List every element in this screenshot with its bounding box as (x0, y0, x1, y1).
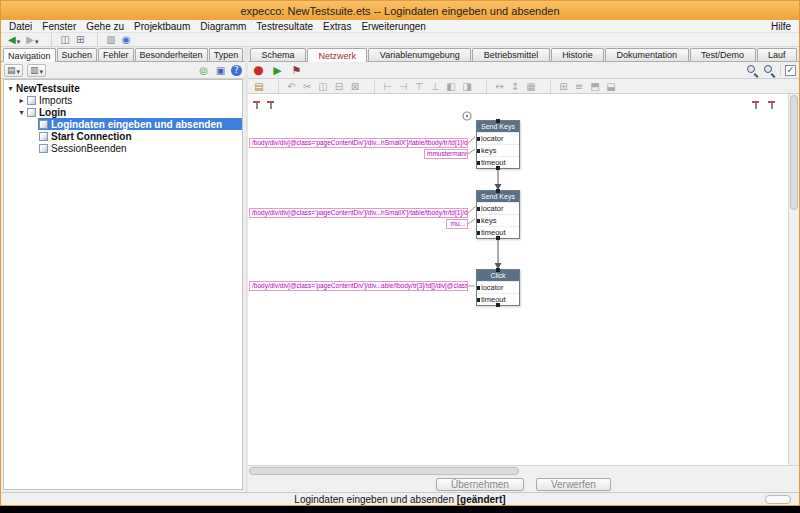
tab-schema[interactable]: Schema (250, 48, 306, 61)
expander-icon[interactable] (17, 96, 26, 105)
node-pin-locator[interactable]: locator (477, 281, 519, 293)
network-canvas[interactable]: Send Keys locator keys timeout Send Keys… (248, 94, 788, 465)
scrollbar-thumb[interactable] (249, 467, 519, 475)
node-click[interactable]: Click locator timeout (476, 269, 520, 306)
help-button[interactable]: ? (231, 65, 242, 76)
nav-back-icon[interactable]: ◀ (5, 33, 23, 46)
input-pins-right-icon[interactable] (751, 100, 760, 110)
vertical-scrollbar[interactable] (788, 94, 799, 465)
zoom-in-icon[interactable] (763, 64, 776, 77)
menu-item-gehe-zu[interactable]: Gehe zu (81, 21, 129, 32)
menu-item-erweiterungen[interactable]: Erweiterungen (356, 21, 430, 32)
exec-out-pin (496, 303, 500, 307)
cut-icon[interactable]: ✂ (300, 80, 314, 93)
tree-item-label: Logindaten eingeben und absenden (51, 119, 222, 130)
ungroup-icon[interactable]: ≡ (572, 80, 586, 93)
menu-item-diagramm[interactable]: Diagramm (195, 21, 251, 32)
value-label-2[interactable]: mu... (446, 219, 468, 229)
same-size-icon[interactable]: ▦ (524, 80, 538, 93)
menu-item-testresultate[interactable]: Testresultate (251, 21, 318, 32)
tree-filter-button[interactable]: ▥ (27, 64, 46, 77)
delete-icon[interactable]: ⊠ (348, 80, 362, 93)
distribute-horizontal-icon[interactable]: ↔ (486, 80, 506, 93)
web-info-icon[interactable]: ◉ (119, 33, 134, 46)
node-pin-keys[interactable]: keys (477, 144, 519, 156)
tile-views-icon[interactable]: ⊞ (73, 33, 87, 46)
undo-icon[interactable]: ↶ (278, 80, 298, 93)
canvas-option-checkbox[interactable] (785, 65, 796, 76)
tree-item-imports[interactable]: Imports (4, 94, 242, 106)
tab-navigation[interactable]: Navigation (3, 48, 56, 62)
node-pin-locator[interactable]: locator (477, 202, 519, 214)
zoom-out-icon[interactable] (746, 64, 759, 77)
scrollbar-thumb[interactable] (790, 95, 798, 210)
xpath-label-1[interactable]: /body/div/div[@class='pageContentDiv']/d… (249, 138, 468, 148)
new-element-icon[interactable]: ▤ (252, 80, 266, 93)
tree-item-newtestsuite[interactable]: NewTestsuite (4, 82, 242, 94)
discard-button[interactable]: Verwerfen (536, 478, 611, 491)
align-left-icon[interactable]: ⊢ (374, 80, 394, 93)
stop-button[interactable]: ● (251, 64, 266, 77)
tab-betriebsmittel[interactable]: Betriebsmittel (472, 48, 549, 61)
menu-item-datei[interactable]: Datei (4, 21, 37, 32)
xpath-label-2[interactable]: /body/div/div[@class='pageContentDiv']/d… (249, 208, 468, 218)
run-with-breakpoints-button[interactable]: ⚑ (289, 64, 304, 77)
center-horizontal-icon[interactable]: ◧ (444, 80, 458, 93)
save-button[interactable]: ▣ (214, 64, 227, 77)
output-pins-right-icon[interactable] (767, 100, 776, 110)
node-send-keys-1[interactable]: Send Keys locator keys timeout (476, 120, 520, 169)
tree-item-sessionbeenden[interactable]: SessionBeenden (4, 142, 242, 154)
statusbar-button[interactable] (765, 495, 791, 504)
tab-lauf[interactable]: Lauf (757, 48, 797, 61)
to-front-icon[interactable]: ⬒ (588, 80, 602, 93)
menu-item-projektbaum[interactable]: Projektbaum (129, 21, 195, 32)
output-pins-left-icon[interactable] (266, 100, 275, 110)
tab-netzwerk[interactable]: Netzwerk (307, 48, 367, 62)
node-pin-locator[interactable]: locator (477, 132, 519, 144)
tree-view-mode-button[interactable]: ▤ (4, 64, 23, 77)
reload-button[interactable]: ◎ (197, 64, 210, 77)
tree-item-start-connection[interactable]: Start Connection (4, 130, 242, 142)
expander-icon[interactable] (6, 84, 15, 93)
pin-icon (477, 219, 480, 223)
to-back-icon[interactable]: ⬓ (604, 80, 618, 93)
horizontal-scrollbar[interactable] (248, 465, 788, 476)
group-icon[interactable]: ⊞ (550, 80, 570, 93)
exec-out-pin (496, 166, 500, 170)
tab-fehler[interactable]: Fehler (98, 48, 134, 61)
left-tab-bar: Navigation Suchen Fehler Besonderheiten … (1, 47, 245, 62)
tab-suchen[interactable]: Suchen (57, 48, 98, 61)
tab-dokumentation[interactable]: Dokumentation (605, 48, 688, 61)
copy-icon[interactable]: ◫ (316, 80, 330, 93)
bookmarks-icon[interactable]: ▥ (97, 33, 118, 46)
align-top-icon[interactable]: ⊤ (412, 80, 426, 93)
xpath-label-3[interactable]: /body/div/div[@class='pageContentDiv']/d… (249, 281, 468, 291)
center-vertical-icon[interactable]: ◨ (460, 80, 474, 93)
titlebar[interactable]: expecco: NewTestsuite.ets -- Logindaten … (1, 1, 799, 20)
node-send-keys-2[interactable]: Send Keys locator keys timeout (476, 190, 520, 239)
menu-item-fenster[interactable]: Fenster (37, 21, 81, 32)
align-right-icon[interactable]: ⊣ (396, 80, 410, 93)
input-pins-left-icon[interactable] (252, 100, 261, 110)
tree-item-logindaten[interactable]: Logindaten eingeben und absenden (4, 118, 242, 130)
menu-item-extras[interactable]: Extras (318, 21, 356, 32)
tree-item-login[interactable]: Login (4, 106, 242, 118)
paste-icon[interactable]: ⊟ (332, 80, 346, 93)
nav-forward-icon[interactable]: ▶ (23, 33, 41, 46)
expander-icon[interactable] (17, 108, 26, 117)
detach-view-icon[interactable]: ◫ (51, 33, 72, 46)
run-button[interactable]: ▶ (270, 64, 285, 77)
tab-besonderheiten[interactable]: Besonderheiten (135, 48, 208, 61)
node-pin-keys[interactable]: keys (477, 214, 519, 226)
tab-variablenumgebung[interactable]: Variablenumgebung (368, 48, 471, 61)
apply-button[interactable]: Übernehmen (436, 478, 524, 491)
block-icon (39, 132, 48, 141)
align-bottom-icon[interactable]: ⊥ (428, 80, 442, 93)
value-label-1[interactable]: mmustermann (424, 149, 468, 159)
tab-historie[interactable]: Historie (551, 48, 604, 61)
tab-test-demo[interactable]: Test/Demo (690, 48, 756, 61)
distribute-vertical-icon[interactable]: ↕ (508, 80, 522, 93)
block-icon (27, 108, 36, 117)
tab-typen[interactable]: Typen (209, 48, 244, 61)
menu-item-hilfe[interactable]: Hilfe (766, 21, 796, 32)
